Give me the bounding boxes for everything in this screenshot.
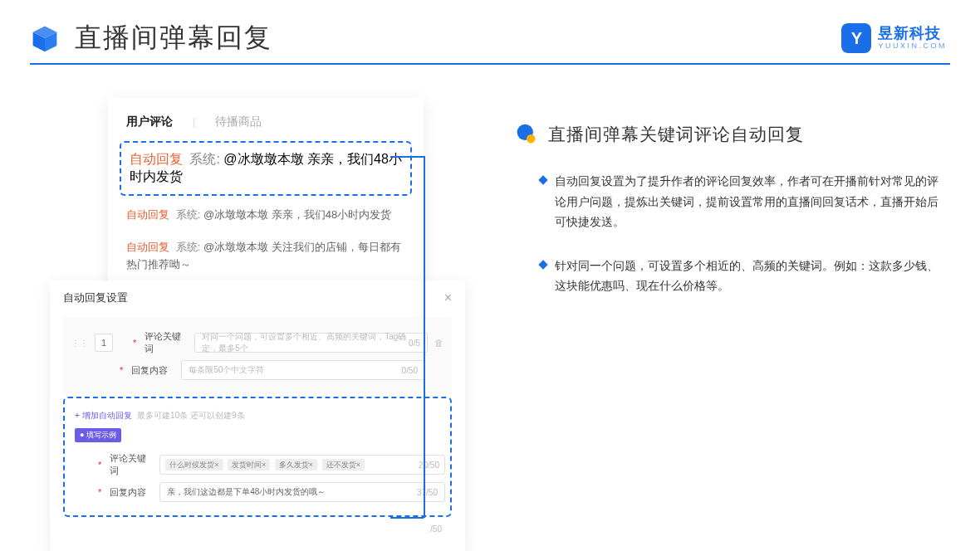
tag-chip[interactable]: 多久发货× [275,459,317,471]
count-hint: 37/50 [417,488,438,497]
row-number: 1 [95,334,113,352]
comment-text: @冰墩墩本墩 亲亲，我们48小时内发货 [203,208,391,221]
connector-line [424,156,425,518]
settings-title: 自动回复设置 [63,290,128,305]
ex-content-label: 回复内容 [110,486,153,499]
auto-reply-tag: 自动回复 [126,208,169,221]
svg-point-4 [527,134,536,144]
bullet-item: 针对同一个问题，可设置多个相近的、高频的关键词。例如：这款多少钱、这块能优惠吗、… [515,256,947,296]
add-hint: 最多可建10条 还可以创建9条 [137,411,244,420]
chat-bubble-icon [515,123,538,146]
tag-chip[interactable]: 什么时候发货× [165,459,223,471]
bullet-text: 针对同一个问题，可设置多个相近的、高频的关键词。例如：这款多少钱、这块能优惠吗、… [555,256,947,296]
page-header: 直播间弹幕回复 Y 昱新科技 YUUXIN.COM [0,0,980,63]
tag-chip[interactable]: 发货时间× [228,459,270,471]
extra-count: /50 [430,524,442,534]
ex-keyword-label: 评论关键词 [110,452,153,477]
diamond-bullet-icon [538,260,547,269]
tab-user-comments[interactable]: 用户评论 [126,115,173,129]
form-block: ⋮⋮ 1 * 评论关键词 对同一个问题，可设置多个相近、高频的关键词，Tag确定… [63,317,452,393]
description-column: 直播间弹幕关键词评论自动回复 自动回复设置为了提升作者的评论回复效率，作者可在开… [515,98,947,319]
delete-icon[interactable]: 🗑 [434,338,443,348]
ex-content-input[interactable]: 亲，我们这边都是下单48小时内发货的哦～ 37/50 [159,482,445,502]
logo-en: YUUXIN.COM [878,42,947,51]
tab-separator: | [193,116,195,129]
highlighted-comment: 自动回复 系统: @冰墩墩本墩 亲亲，我们48小时内发货 [120,141,412,196]
close-icon[interactable]: × [444,290,452,305]
content-label: 回复内容 [131,364,174,377]
title-wrap: 直播间弹幕回复 [30,20,272,56]
logo-badge-icon: Y [841,23,871,53]
connector-line [390,517,424,519]
keyword-input[interactable]: 对同一个问题，可设置多个相近、高频的关键词，Tag确定，最多5个 0/5 [194,333,428,353]
tab-pending-goods[interactable]: 待播商品 [215,115,262,129]
comments-panel: 用户评论 | 待播商品 自动回复 系统: @冰墩墩本墩 亲亲，我们48小时内发货… [108,98,424,300]
system-label: 系统: [176,241,201,253]
drag-handle-icon[interactable]: ⋮⋮ [71,339,88,348]
count-hint: 0/5 [409,339,420,348]
system-label: 系统: [176,208,201,221]
connector-line [390,156,424,158]
tag-chip[interactable]: 还不发货× [322,459,365,471]
keyword-label: 评论关键词 [145,330,188,355]
count-hint: 0/50 [402,366,418,375]
brand-logo: Y 昱新科技 YUUXIN.COM [841,23,947,53]
system-label: 系统: [189,152,219,166]
required-star: * [133,338,136,348]
ex-keyword-tags[interactable]: 什么时候发货× 发货时间× 多久发货× 还不发货× 20/50 [159,455,445,475]
required-star: * [120,365,123,375]
placeholder-text: 对同一个问题，可设置多个相近、高频的关键词，Tag确定，最多5个 [202,331,409,354]
required-star: * [98,460,101,470]
example-badge: ● 填写示例 [75,428,121,442]
bullet-text: 自动回复设置为了提升作者的评论回复效率，作者可在开播前针对常见的评论用户问题，提… [555,171,947,232]
add-auto-reply-link[interactable]: + 增加自动回复 [75,410,132,422]
ex-content-value: 亲，我们这边都是下单48小时内发货的哦～ [167,486,326,498]
required-star: * [98,487,101,497]
cube-icon [30,23,60,53]
auto-reply-settings-panel: 自动回复设置 × ⋮⋮ 1 * 评论关键词 对同一个问题，可设置多个相近、高频的… [50,280,465,551]
content-input[interactable]: 每条限50个中文字符 0/50 [181,360,425,380]
section-title: 直播间弹幕关键词评论自动回复 [548,123,804,146]
screenshots-column: 用户评论 | 待播商品 自动回复 系统: @冰墩墩本墩 亲亲，我们48小时内发货… [50,98,465,319]
example-highlight: + 增加自动回复 最多可建10条 还可以创建9条 ● 填写示例 * 评论关键词 … [63,397,452,517]
comment-row: 自动回复 系统: @冰墩墩本墩 关注我们的店铺，每日都有热门推荐呦～ [108,232,424,281]
count-hint: 20/50 [419,461,439,470]
bullet-item: 自动回复设置为了提升作者的评论回复效率，作者可在开播前针对常见的评论用户问题，提… [515,171,947,232]
tabs: 用户评论 | 待播商品 [108,115,424,138]
auto-reply-tag: 自动回复 [130,152,183,166]
auto-reply-tag: 自动回复 [126,241,169,253]
comment-row: 自动回复 系统: @冰墩墩本墩 亲亲，我们48小时内发货 [108,199,424,232]
page-title: 直播间弹幕回复 [75,20,272,56]
diamond-bullet-icon [538,175,547,184]
logo-cn: 昱新科技 [878,26,947,42]
placeholder-text: 每条限50个中文字符 [189,364,264,376]
